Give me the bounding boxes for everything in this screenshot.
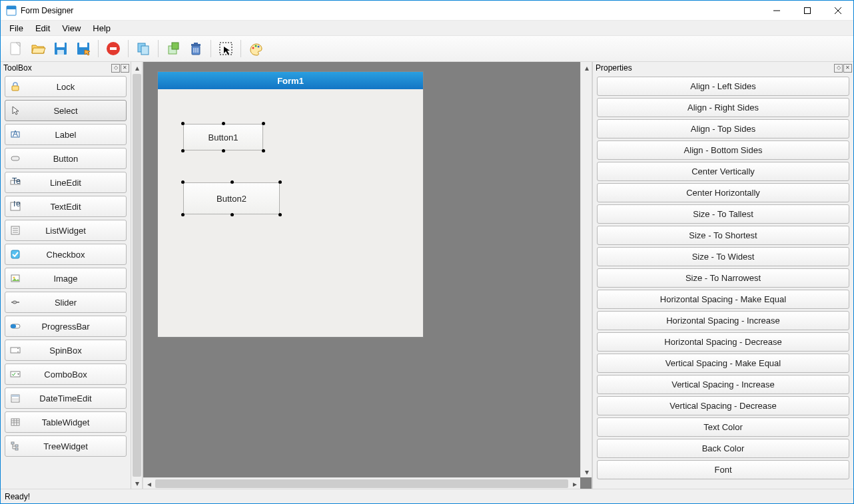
resize-handle[interactable] <box>181 149 185 152</box>
toolbox-item-label: ProgressBar <box>25 322 126 332</box>
property-action-align-left-sides[interactable]: Align - Left Sides <box>597 77 849 96</box>
resize-handle[interactable] <box>181 180 185 184</box>
toolbox-item-button[interactable]: Button <box>5 148 127 169</box>
properties-close-icon[interactable]: ✕ <box>843 64 852 73</box>
toolbox-item-slider[interactable]: Slider <box>5 292 127 313</box>
property-action-horizontal-spacing-decrease[interactable]: Horizontal Spacing - Decrease <box>597 332 849 352</box>
property-action-text-color[interactable]: Text Color <box>597 417 849 437</box>
property-action-center-vertically[interactable]: Center Vertically <box>597 162 849 181</box>
image-icon <box>5 273 25 284</box>
property-action-horizontal-spacing-increase[interactable]: Horizontal Spacing - Increase <box>597 311 849 330</box>
toolbar-copy[interactable] <box>133 38 154 59</box>
toolbox-item-treewidget[interactable]: TreeWidget <box>5 435 127 457</box>
resize-handle[interactable] <box>222 149 225 152</box>
property-action-vertical-spacing-decrease[interactable]: Vertical Spacing - Decrease <box>597 396 849 415</box>
toolbox-float-icon[interactable]: ◇ <box>111 64 120 73</box>
resize-handle[interactable] <box>222 122 225 125</box>
toolbox-item-progressbar[interactable]: ProgressBar <box>5 316 127 337</box>
toolbar-selectall[interactable] <box>215 38 236 59</box>
property-action-align-right-sides[interactable]: Align - Right Sides <box>597 98 849 117</box>
menu-view[interactable]: View <box>56 22 87 35</box>
toolbox-item-lock[interactable]: Lock <box>5 76 127 97</box>
resize-handle[interactable] <box>262 122 265 125</box>
resize-handle[interactable] <box>262 149 265 152</box>
toolbox-item-label: Button <box>25 154 126 164</box>
toolbox-item-spinbox[interactable]: SpinBox <box>5 340 127 361</box>
property-action-font[interactable]: Font <box>597 460 849 479</box>
scroll-thumb[interactable] <box>155 479 568 488</box>
scroll-right-icon[interactable]: ▸ <box>569 478 580 489</box>
property-action-vertical-spacing-increase[interactable]: Vertical Spacing - Increase <box>597 375 849 394</box>
toolbar-save[interactable] <box>50 38 71 59</box>
toolbar-palette[interactable] <box>245 38 266 59</box>
scroll-down-icon[interactable]: ▾ <box>131 477 143 489</box>
toolbox-item-select[interactable]: Select <box>5 100 127 121</box>
toolbar-open[interactable] <box>27 38 49 59</box>
menubar: File Edit View Help <box>1 21 853 35</box>
canvas-button-1[interactable]: Button1 <box>183 124 263 150</box>
toolbar-stop[interactable] <box>103 38 124 59</box>
menu-file[interactable]: File <box>3 22 29 35</box>
property-action-size-to-tallest[interactable]: Size - To Tallest <box>597 204 849 224</box>
scroll-thumb[interactable] <box>133 74 141 477</box>
property-action-center-horizontally[interactable]: Center Horizontally <box>597 183 849 202</box>
resize-handle[interactable] <box>230 213 234 216</box>
property-action-size-to-widest[interactable]: Size - To Widest <box>597 247 849 266</box>
resize-handle[interactable] <box>181 213 185 216</box>
property-action-align-bottom-sides[interactable]: Align - Bottom Sides <box>597 140 849 160</box>
property-action-size-to-narrowest[interactable]: Size - To Narrowest <box>597 268 849 288</box>
property-action-horizontal-spacing-make-equal[interactable]: Horizontal Spacing - Make Equal <box>597 290 849 309</box>
canvas-vscrollbar[interactable]: ▴ ▾ <box>580 62 592 477</box>
scroll-down-icon[interactable]: ▾ <box>581 466 592 477</box>
toolbox-close-icon[interactable]: ✕ <box>121 64 129 73</box>
minimize-button[interactable] <box>761 1 792 21</box>
resize-handle[interactable] <box>278 180 282 184</box>
toolbox-scrollbar[interactable]: ▴ ▾ <box>131 62 143 489</box>
maximize-button[interactable] <box>792 1 823 21</box>
menu-edit[interactable]: Edit <box>29 22 56 35</box>
close-button[interactable] <box>823 1 853 21</box>
toolbar-new[interactable] <box>5 38 26 59</box>
property-action-align-top-sides[interactable]: Align - Top Sides <box>597 119 849 138</box>
toolbox-item-textedit[interactable]: TextTextEdit <box>5 196 127 217</box>
toolbox-item-tablewidget[interactable]: TableWidget <box>5 411 127 433</box>
toolbox-item-label: TreeWidget <box>25 441 126 451</box>
resize-handle[interactable] <box>230 180 234 184</box>
svg-rect-14 <box>110 47 117 50</box>
toolbox-item-label[interactable]: ALabel <box>5 124 127 145</box>
properties-float-icon[interactable]: ◇ <box>834 64 843 73</box>
toolbar-delete[interactable] <box>185 38 207 59</box>
svg-rect-41 <box>11 250 19 258</box>
canvas-button-2[interactable]: Button2 <box>183 182 280 214</box>
form-widget[interactable]: Form1 Button1Button2 <box>157 71 424 338</box>
property-action-size-to-shortest[interactable]: Size - To Shortest <box>597 226 849 245</box>
design-canvas[interactable]: Form1 Button1Button2 <box>143 62 592 489</box>
menu-help[interactable]: Help <box>87 22 117 35</box>
toolbox-item-label: DateTimeEdit <box>25 393 126 403</box>
resize-handle[interactable] <box>278 213 282 216</box>
toolbox-item-image[interactable]: Image <box>5 268 127 289</box>
canvas-hscrollbar[interactable]: ◂ ▸ <box>143 477 580 489</box>
toolbar-bringfront[interactable] <box>163 38 184 59</box>
calendar-icon <box>5 393 25 403</box>
statusbar: Ready! <box>1 489 853 503</box>
toolbox-item-checkbox[interactable]: Checkbox <box>5 244 127 265</box>
spinbox-icon <box>5 345 25 356</box>
resize-handle[interactable] <box>181 122 185 125</box>
toolbox-item-label: Image <box>25 274 126 284</box>
scroll-up-icon[interactable]: ▴ <box>581 62 592 73</box>
toolbox-item-lineedit[interactable]: TextLineEdit <box>5 172 127 193</box>
svg-point-45 <box>13 301 17 304</box>
scroll-up-icon[interactable]: ▴ <box>131 62 143 73</box>
toolbox-item-datetimeedit[interactable]: DateTimeEdit <box>5 387 127 409</box>
toolbox-item-combobox[interactable]: ComboBox <box>5 364 127 385</box>
properties-list: Align - Left SidesAlign - Right SidesAli… <box>593 74 853 489</box>
progress-icon <box>5 321 25 332</box>
cursor-icon <box>5 105 25 116</box>
toolbox-item-label: TableWidget <box>25 417 126 427</box>
scroll-left-icon[interactable]: ◂ <box>143 478 155 489</box>
property-action-vertical-spacing-make-equal[interactable]: Vertical Spacing - Make Equal <box>597 354 849 373</box>
property-action-back-color[interactable]: Back Color <box>597 439 849 458</box>
toolbar-saveas[interactable] <box>73 38 94 59</box>
toolbox-item-listwidget[interactable]: ListWidget <box>5 220 127 241</box>
